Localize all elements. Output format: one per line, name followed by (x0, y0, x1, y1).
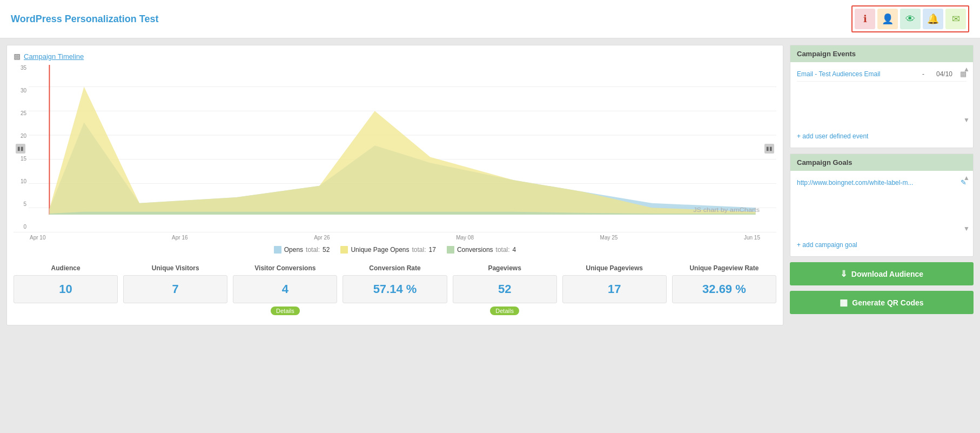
stat-unique-pageviews-label: Unique Pageviews (586, 264, 643, 272)
legend-opens-box (274, 246, 281, 254)
y-label-0: 0 (14, 224, 29, 230)
stat-unique-pageview-rate-label: Unique Pageview Rate (689, 264, 759, 272)
stat-unique-pageviews-value: 17 (562, 275, 667, 303)
add-goal-section: + add campaign goal (790, 236, 973, 256)
stat-unique-pageviews: Unique Pageviews 17 (562, 264, 667, 318)
chart-title-link[interactable]: Campaign Timeline (24, 52, 84, 61)
y-label-25: 25 (14, 110, 29, 116)
legend-conversions: Conversions total: 4 (447, 246, 516, 254)
pageviews-details-button[interactable]: Details (490, 307, 519, 315)
app-title: WordPress Personalization Test (11, 14, 158, 25)
stat-unique-visitors-label: Unique Visitors (152, 264, 199, 272)
x-label-may25: May 25 (600, 235, 618, 241)
stat-visitor-conversions: Visitor Conversions 4 Details (233, 264, 337, 318)
left-panel: ▩ Campaign Timeline ▮▮ 0 5 10 15 20 25 3… (6, 45, 783, 325)
legend-unique-label: Unique Page Opens (351, 246, 409, 254)
info-icon-button[interactable]: ℹ (855, 9, 875, 29)
stat-conversion-rate-label: Conversion Rate (369, 264, 420, 272)
generate-qr-label: Generate QR Codes (852, 298, 923, 307)
add-event-section: + add user defined event (790, 127, 973, 148)
stat-visitor-conversions-label: Visitor Conversions (254, 264, 316, 272)
qr-icon: ▦ (840, 297, 848, 308)
campaign-events-card: Campaign Events ▲ Email - Test Audiences… (790, 45, 974, 148)
chart-container: ▮▮ 0 5 10 15 20 25 30 35 (14, 65, 776, 232)
chart-svg: JS chart by amCharts (14, 65, 776, 232)
stats-row: Audience 10 Unique Visitors 7 Visitor Co… (14, 259, 776, 318)
scroll-right-handle[interactable]: ▮▮ (764, 144, 774, 154)
eye-icon-button[interactable]: 👁 (900, 9, 921, 29)
add-campaign-goal-link[interactable]: + add campaign goal (797, 238, 966, 252)
x-label-may08: May 08 (456, 235, 474, 241)
campaign-goals-header: Campaign Goals (790, 154, 973, 171)
y-label-10: 10 (14, 178, 29, 184)
chart-header: ▩ Campaign Timeline (14, 52, 776, 61)
y-axis-labels: 0 5 10 15 20 25 30 35 (14, 65, 29, 232)
x-label-apr16: Apr 16 (172, 235, 187, 241)
stat-pageviews: Pageviews 52 Details (453, 264, 557, 318)
campaign-events-header: Campaign Events (790, 45, 973, 62)
stat-audience-value: 10 (14, 275, 118, 303)
x-axis-labels: Apr 10 Apr 16 Apr 26 May 08 May 25 Jun 1… (14, 232, 776, 241)
svg-marker-8 (49, 86, 755, 215)
legend-unique-total-label: total: (412, 246, 426, 254)
legend-opens: Opens total: 52 (274, 246, 330, 254)
header-icons-container: ℹ 👤 👁 🔔 ✉ (851, 5, 969, 32)
legend-unique-total: 17 (429, 246, 436, 254)
stat-audience-label: Audience (51, 264, 80, 272)
event-name[interactable]: Email - Test Audiences Email (797, 70, 881, 78)
campaign-goals-card: Campaign Goals ▲ http://www.boingnet.com… (790, 154, 974, 257)
legend-opens-total-label: total: (306, 246, 320, 254)
goal-item: http://www.boingnet.com/white-label-m...… (797, 175, 966, 190)
legend-conversions-label: Conversions (457, 246, 493, 254)
event-date-value: 04/10 (936, 70, 952, 78)
scroll-up-indicator: ▲ (963, 65, 970, 73)
right-panel: Campaign Events ▲ Email - Test Audiences… (790, 45, 974, 325)
legend-opens-label: Opens (284, 246, 303, 254)
app-header: WordPress Personalization Test ℹ 👤 👁 🔔 ✉ (0, 0, 980, 38)
bell-icon-button[interactable]: 🔔 (923, 9, 943, 29)
x-label-apr10: Apr 10 (30, 235, 45, 241)
stat-pageviews-label: Pageviews (488, 264, 521, 272)
user-icon-button[interactable]: 👤 (877, 9, 898, 29)
stat-unique-visitors: Unique Visitors 7 (123, 264, 227, 318)
legend-opens-total: 52 (323, 246, 330, 254)
y-label-20: 20 (14, 133, 29, 139)
y-label-5: 5 (14, 201, 29, 207)
scroll-down-indicator: ▼ (963, 116, 970, 124)
legend-unique: Unique Page Opens total: 17 (340, 246, 435, 254)
stat-conversion-rate-value: 57.14 % (343, 275, 447, 303)
goal-url[interactable]: http://www.boingnet.com/white-label-m... (797, 179, 913, 186)
goals-scroll-up-indicator: ▲ (963, 174, 970, 182)
legend-unique-box (340, 246, 348, 254)
stat-unique-pageview-rate: Unique Pageview Rate 32.69 % (672, 264, 776, 318)
event-date: - (922, 70, 924, 78)
stat-visitor-conversions-value: 4 (233, 275, 337, 303)
legend-conversions-total: 4 (513, 246, 516, 254)
y-label-15: 15 (14, 156, 29, 162)
x-label-apr26: Apr 26 (314, 235, 330, 241)
stat-unique-pageview-rate-value: 32.69 % (672, 275, 776, 303)
event-item: Email - Test Audiences Email - 04/10 ▩ (797, 66, 966, 82)
x-label-jun15: Jun 15 (744, 235, 760, 241)
goals-scroll-down-indicator: ▼ (963, 225, 970, 232)
svg-text:JS chart by amCharts: JS chart by amCharts (693, 206, 760, 213)
legend-conversions-total-label: total: (496, 246, 510, 254)
campaign-events-body: ▲ Email - Test Audiences Email - 04/10 ▩… (790, 62, 973, 127)
generate-qr-button[interactable]: ▦ Generate QR Codes (790, 291, 974, 314)
download-icon: ⇓ (840, 269, 847, 279)
campaign-goals-body: ▲ http://www.boingnet.com/white-label-m.… (790, 171, 973, 236)
stat-conversion-rate: Conversion Rate 57.14 % (343, 264, 447, 318)
main-content: ▩ Campaign Timeline ▮▮ 0 5 10 15 20 25 3… (0, 38, 980, 332)
y-label-30: 30 (14, 88, 29, 94)
download-audience-button[interactable]: ⇓ Download Audience (790, 262, 974, 285)
download-audience-label: Download Audience (851, 270, 923, 278)
stat-audience: Audience 10 (14, 264, 118, 318)
visitor-conversions-details-button[interactable]: Details (271, 307, 300, 315)
legend-conversions-box (447, 246, 454, 254)
send-icon-button[interactable]: ✉ (945, 9, 966, 29)
stat-pageviews-value: 52 (453, 275, 557, 303)
chart-legend: Opens total: 52 Unique Page Opens total:… (14, 241, 776, 259)
add-user-event-link[interactable]: + add user defined event (797, 129, 966, 143)
stat-unique-visitors-value: 7 (123, 275, 227, 303)
chart-icon: ▩ (14, 52, 21, 61)
